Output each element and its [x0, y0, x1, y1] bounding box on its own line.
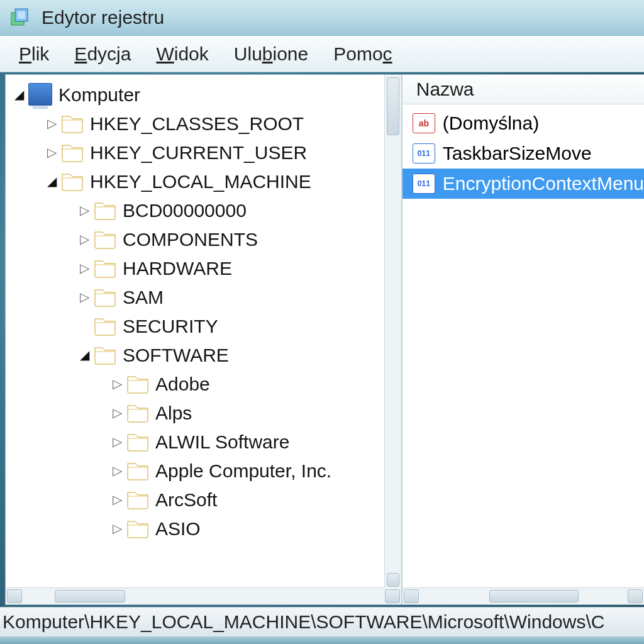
values-pane: Nazwa (Domyślna)TaskbarSizeMoveEncryptio… — [402, 75, 644, 604]
tree-item-label: BCD00000000 — [123, 199, 247, 221]
window-border-bottom — [0, 636, 644, 644]
registry-tree[interactable]: ◢Komputer▷HKEY_CLASSES_ROOT▷HKEY_CURRENT… — [6, 75, 401, 587]
tree-item-label: HKEY_LOCAL_MACHINE — [90, 170, 311, 192]
window-title: Edytor rejestru — [42, 7, 164, 28]
scrollbar-thumb[interactable] — [489, 590, 579, 602]
scrollbar-track[interactable] — [420, 590, 626, 602]
expand-icon[interactable]: ▷ — [77, 260, 91, 275]
titlebar[interactable]: Edytor rejestru — [0, 0, 644, 36]
folder-icon — [61, 170, 84, 192]
tree-horizontal-scrollbar[interactable] — [6, 587, 401, 604]
regedit-icon — [9, 6, 31, 29]
expand-icon[interactable]: ▷ — [77, 289, 91, 304]
folder-icon — [126, 460, 149, 481]
folder-icon — [61, 142, 84, 163]
tree-pane: ◢Komputer▷HKEY_CLASSES_ROOT▷HKEY_CURRENT… — [6, 75, 402, 604]
statusbar: Komputer\HKEY_LOCAL_MACHINE\SOFTWARE\Mic… — [0, 607, 644, 636]
expand-icon[interactable]: ▷ — [110, 463, 124, 478]
tree-item[interactable]: ◢Komputer — [8, 80, 401, 109]
menu-edycja[interactable]: Edycja — [70, 41, 135, 67]
column-header-label: Nazwa — [416, 79, 474, 100]
collapse-icon[interactable]: ◢ — [45, 174, 58, 189]
tree-item[interactable]: ▷COMPONENTS — [8, 225, 401, 253]
folder-icon — [94, 344, 116, 365]
expand-icon[interactable]: ▷ — [110, 492, 124, 507]
tree-item[interactable]: ▷HARDWARE — [8, 253, 401, 282]
menu-plik[interactable]: Plik — [15, 41, 53, 67]
tree-item-label: Apple Computer, Inc. — [155, 459, 331, 482]
tree-item-label: COMPONENTS — [123, 228, 258, 250]
svg-rect-2 — [18, 11, 25, 19]
tree-item-label: SOFTWARE — [123, 343, 229, 366]
statusbar-path: Komputer\HKEY_LOCAL_MACHINE\SOFTWARE\Mic… — [3, 611, 604, 633]
reg-dword-icon — [413, 143, 435, 164]
tree-vertical-scrollbar[interactable] — [384, 75, 401, 588]
tree-item[interactable]: ▷HKEY_CURRENT_USER — [8, 138, 401, 167]
tree-item-label: SECURITY — [123, 314, 218, 337]
value-name: (Domyślna) — [443, 113, 539, 134]
tree-item-label: SAM — [123, 286, 164, 308]
scrollbar-right-button[interactable] — [385, 589, 400, 603]
menu-widok[interactable]: Widok — [152, 41, 212, 67]
scrollbar-left-button[interactable] — [7, 589, 22, 603]
tree-item[interactable]: ▷Apple Computer, Inc. — [8, 456, 401, 485]
reg-string-icon — [413, 113, 435, 133]
expand-icon[interactable]: ▷ — [45, 145, 58, 160]
tree-item-label: ASIO — [155, 517, 201, 540]
values-list[interactable]: (Domyślna)TaskbarSizeMoveEncryptionConte… — [402, 104, 644, 587]
folder-icon — [94, 228, 116, 250]
folder-icon — [126, 402, 149, 423]
collapse-icon[interactable]: ◢ — [77, 347, 91, 362]
expand-icon[interactable]: ▷ — [77, 231, 91, 247]
tree-item[interactable]: ▷HKEY_CLASSES_ROOT — [8, 109, 401, 138]
value-name: TaskbarSizeMove — [443, 143, 592, 164]
client-area: ◢Komputer▷HKEY_CLASSES_ROOT▷HKEY_CURRENT… — [5, 74, 644, 605]
scrollbar-thumb[interactable] — [55, 590, 125, 602]
tree-item[interactable]: SECURITY — [8, 311, 401, 340]
value-row[interactable]: EncryptionContextMenu — [402, 169, 644, 199]
scrollbar-track[interactable] — [23, 590, 384, 602]
registry-editor-window: Edytor rejestru PlikEdycjaWidokUlubioneP… — [0, 0, 644, 644]
values-horizontal-scrollbar[interactable] — [402, 587, 644, 604]
computer-icon — [28, 83, 52, 106]
folder-icon — [126, 431, 149, 452]
value-row[interactable]: TaskbarSizeMove — [402, 138, 644, 169]
tree-item[interactable]: ▷Adobe — [8, 369, 401, 398]
expand-icon[interactable]: ▷ — [110, 434, 124, 449]
scrollbar-down-button[interactable] — [387, 573, 399, 587]
tree-item-label: HARDWARE — [123, 257, 232, 279]
scrollbar-left-button[interactable] — [404, 589, 419, 603]
collapse-icon[interactable]: ◢ — [12, 87, 26, 102]
menubar: PlikEdycjaWidokUlubionePomoc — [0, 36, 644, 72]
folder-icon — [61, 113, 84, 134]
tree-item-label: ALWIL Software — [155, 430, 289, 453]
tree-item[interactable]: ▷Alps — [8, 398, 401, 427]
column-header-name[interactable]: Nazwa — [402, 75, 644, 104]
tree-item[interactable]: ◢HKEY_LOCAL_MACHINE — [8, 167, 401, 196]
folder-icon — [94, 199, 116, 221]
expand-icon[interactable]: ▷ — [110, 376, 124, 391]
folder-icon — [126, 518, 149, 539]
expand-icon[interactable]: ▷ — [110, 521, 124, 536]
tree-item[interactable]: ▷ALWIL Software — [8, 427, 401, 456]
tree-item-label: Alps — [155, 401, 192, 424]
folder-icon — [126, 489, 149, 510]
tree-item-label: HKEY_CLASSES_ROOT — [90, 112, 304, 135]
menu-ulubione[interactable]: Ulubione — [230, 41, 312, 67]
expand-icon[interactable]: ▷ — [77, 203, 91, 218]
scrollbar-thumb[interactable] — [387, 77, 399, 135]
folder-icon — [94, 286, 116, 308]
expand-icon[interactable]: ▷ — [110, 405, 124, 420]
tree-item[interactable]: ▷BCD00000000 — [8, 196, 401, 225]
tree-item[interactable]: ▷SAM — [8, 282, 401, 311]
folder-icon — [126, 373, 149, 394]
expand-icon[interactable]: ▷ — [45, 116, 58, 131]
tree-item[interactable]: ◢SOFTWARE — [8, 340, 401, 369]
scrollbar-right-button[interactable] — [628, 589, 643, 603]
value-row[interactable]: (Domyślna) — [402, 108, 644, 138]
menu-pomoc[interactable]: Pomoc — [330, 41, 396, 67]
folder-icon — [94, 257, 116, 279]
tree-item[interactable]: ▷ArcSoft — [8, 485, 401, 514]
tree-item[interactable]: ▷ASIO — [8, 514, 401, 543]
tree-item-label: Adobe — [155, 372, 210, 395]
